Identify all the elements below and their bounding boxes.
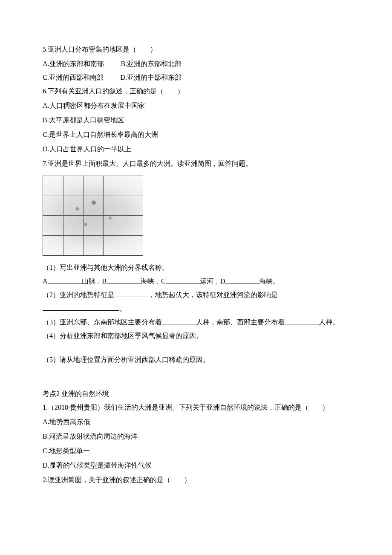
blank-c [166, 275, 200, 283]
s2q2-stem: 2.读亚洲简图，关于亚洲的叙述正确的是（ ） [43, 473, 349, 487]
q7-sub2-line: （2）亚洲的地势特征是，地势起伏大，该特征对亚洲河流的影响是。 [43, 288, 349, 315]
q7-sub1-d-post: 海峡。 [259, 278, 280, 285]
q6-option-c: C.是世界上人口自然增长率最高的大洲 [43, 128, 349, 142]
q7-sub2-pre: （2）亚洲的地势特征是 [43, 291, 114, 298]
q5-option-a: A.亚洲的东部和南部 [43, 57, 104, 71]
q7-sub3-post: 人种。 [319, 318, 339, 326]
blank-terrain [114, 289, 148, 297]
q5-options-row2: C.亚洲的西部和南部 D.亚洲的中部和东部 [43, 71, 349, 84]
q7-sub1-a-post: 山脉，B [82, 278, 107, 285]
s2q1-option-d: D.显著的气候类型是温带海洋性气候 [43, 459, 349, 472]
q7-sub3-line: （3）亚洲东部、东南部地区主要分布着人种，南部、西部主要分布着人种。 [43, 315, 349, 329]
q5-options-row1: A.亚洲的东部和南部 B.亚洲的东部和北部 [43, 57, 349, 71]
q7-sub1-b-post: 海峡，C [141, 278, 166, 285]
blank-race1 [162, 316, 196, 324]
blank-river-effect [43, 303, 119, 311]
q6-stem: 6.下列有关亚洲人口的叙述，正确的是（ ） [43, 84, 349, 98]
q7-sub1-line: A山脉，B海峡，C运河，D海峡。 [43, 275, 349, 288]
answer-space-5 [43, 367, 349, 377]
s2q1-option-b: B.河流呈放射状流向周边的海洋 [43, 430, 349, 443]
s2q1-stem: 1.（2018·贵州贵阳）我们生活的大洲是亚洲。下列关于亚洲自然环境的说法，正确… [43, 401, 349, 414]
s2q1-option-c: C.地形类型单一 [43, 444, 349, 458]
blank-d [225, 275, 259, 283]
q6-option-d: D.人口占世界人口的一半以上 [43, 142, 349, 156]
q6-option-b: B.大平原都是人口稠密地区 [43, 113, 349, 127]
s2q1-option-a: A.地势西高东低 [43, 415, 349, 429]
answer-space-4 [43, 343, 349, 353]
blank-b [107, 275, 141, 283]
q5-option-b: B.亚洲的东部和北部 [121, 57, 182, 71]
q7-sub3-mid: 人种，南部、西部主要分布着 [196, 318, 285, 326]
q7-sub2-mid: ，地势起伏大，该特征对亚洲河流的影响是 [148, 291, 278, 298]
q7-sub1-c-post: 运河，D [200, 278, 225, 285]
blank-a [48, 275, 82, 283]
q7-sub4: （4）分析亚洲东部和南部地区季风气候显著的原因。 [43, 329, 349, 343]
section2-title: 考点2 亚洲的自然环境 [43, 387, 349, 401]
q7-sub5: （5）请从地理位置方面分析亚洲西部人口稀疏的原因。 [43, 353, 349, 367]
q5-option-c: C.亚洲的西部和南部 [43, 71, 104, 84]
q7-sub1-intro: （1）写出亚洲与其他大洲的分界线名称。 [43, 261, 349, 275]
q7-sub1-a-pre: A [43, 278, 48, 285]
asia-map-image [43, 176, 143, 256]
q7-sub2-post: 。 [119, 305, 126, 312]
q5-option-d: D.亚洲的中部和东部 [121, 71, 182, 84]
q7-sub3-pre: （3）亚洲东部、东南部地区主要分布着 [43, 318, 162, 326]
q6-option-a: A.人口稠密区都分布在发展中国家 [43, 99, 349, 113]
q7-stem: 7.亚洲是世界上面积最大、人口最多的大洲。读亚洲简图，回答问题。 [43, 157, 349, 171]
q5-stem: 5.亚洲人口分布密集的地区是（ ） [43, 43, 349, 56]
blank-race2 [285, 316, 319, 324]
